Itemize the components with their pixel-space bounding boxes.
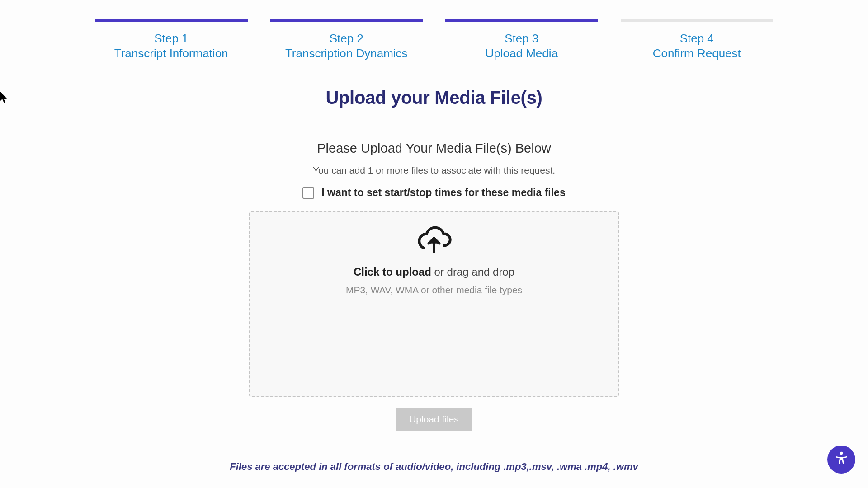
step-label: Confirm Request bbox=[621, 47, 774, 61]
accessibility-icon bbox=[833, 450, 849, 469]
dropzone-sub-text: MP3, WAV, WMA or other media file types bbox=[250, 285, 618, 296]
cloud-upload-icon bbox=[416, 225, 452, 253]
step-bar bbox=[95, 19, 248, 22]
accessibility-fab[interactable] bbox=[827, 446, 855, 474]
step-bar bbox=[270, 19, 423, 22]
step-number: Step 3 bbox=[445, 32, 598, 46]
start-stop-checkbox-label: I want to set start/stop times for these… bbox=[321, 187, 565, 199]
step-1[interactable]: Step 1 Transcript Information bbox=[95, 19, 248, 61]
page-subtitle: Please Upload Your Media File(s) Below bbox=[95, 141, 773, 156]
step-label: Transcript Information bbox=[95, 47, 248, 61]
accepted-formats-note: Files are accepted in all formats of aud… bbox=[95, 461, 773, 473]
helper-text: You can add 1 or more files to associate… bbox=[95, 165, 773, 176]
step-4[interactable]: Step 4 Confirm Request bbox=[621, 19, 774, 61]
step-label: Upload Media bbox=[445, 47, 598, 61]
step-bar bbox=[445, 19, 598, 22]
start-stop-checkbox-row: I want to set start/stop times for these… bbox=[95, 187, 773, 199]
step-2[interactable]: Step 2 Transcription Dynamics bbox=[270, 19, 423, 61]
start-stop-checkbox[interactable] bbox=[302, 187, 314, 199]
dropzone-bold-text: Click to upload bbox=[354, 266, 431, 278]
page-title: Upload your Media File(s) bbox=[95, 88, 773, 121]
upload-dropzone[interactable]: Click to upload or drag and drop MP3, WA… bbox=[249, 211, 619, 397]
dropzone-rest-text: or drag and drop bbox=[431, 266, 514, 278]
upload-files-button[interactable]: Upload files bbox=[396, 408, 472, 431]
step-number: Step 2 bbox=[270, 32, 423, 46]
progress-stepper: Step 1 Transcript Information Step 2 Tra… bbox=[0, 0, 868, 61]
step-number: Step 4 bbox=[621, 32, 774, 46]
step-bar bbox=[621, 19, 774, 22]
step-number: Step 1 bbox=[95, 32, 248, 46]
dropzone-main-text: Click to upload or drag and drop bbox=[250, 266, 618, 278]
main-content: Upload your Media File(s) Please Upload … bbox=[0, 61, 868, 473]
svg-point-0 bbox=[840, 452, 843, 455]
step-3[interactable]: Step 3 Upload Media bbox=[445, 19, 598, 61]
step-label: Transcription Dynamics bbox=[270, 47, 423, 61]
